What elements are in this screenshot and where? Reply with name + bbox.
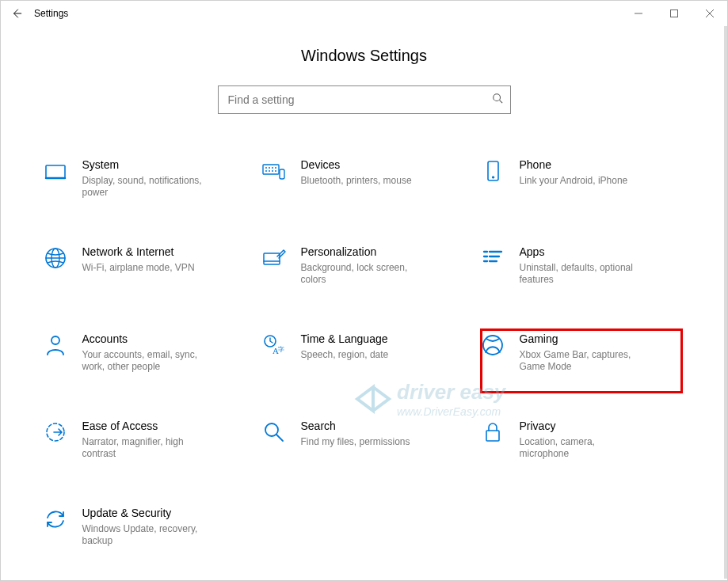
category-title: System	[82, 158, 209, 172]
category-subtitle: Background, lock screen, colors	[301, 262, 428, 287]
category-title: Devices	[301, 158, 412, 172]
category-subtitle: Your accounts, email, sync, work, other …	[82, 349, 209, 374]
keyboard-icon	[261, 158, 287, 184]
category-subtitle: Link your Android, iPhone	[520, 175, 628, 188]
close-button[interactable]	[692, 1, 727, 26]
category-accounts[interactable]: AccountsYour accounts, email, sync, work…	[40, 329, 252, 377]
category-apps[interactable]: AppsUninstall, defaults, optional featur…	[477, 242, 689, 290]
category-title: Privacy	[520, 420, 646, 433]
category-subtitle: Location, camera, microphone	[520, 436, 646, 461]
titlebar: Settings	[1, 1, 727, 26]
ease-icon	[43, 420, 68, 445]
category-title: Time & Language	[301, 332, 389, 346]
category-ease-of-access[interactable]: Ease of AccessNarrator, magnifier, high …	[40, 416, 252, 464]
search-box	[218, 85, 511, 114]
category-phone[interactable]: PhoneLink your Android, iPhone	[477, 155, 689, 203]
category-title: Accounts	[82, 332, 209, 346]
maximize-button[interactable]	[656, 1, 692, 26]
person-icon	[43, 332, 68, 358]
page-title: Windows Settings	[1, 47, 727, 65]
category-subtitle: Wi-Fi, airplane mode, VPN	[82, 262, 195, 275]
category-time-language[interactable]: Time & LanguageSpeech, region, date	[258, 329, 471, 377]
category-update[interactable]: Update & SecurityWindows Update, recover…	[40, 503, 252, 551]
list-icon	[480, 245, 505, 271]
category-subtitle: Windows Update, recovery, backup	[82, 523, 209, 548]
phone-icon	[480, 158, 505, 184]
monitor-icon	[43, 158, 68, 184]
category-subtitle: Uninstall, defaults, optional features	[520, 262, 646, 287]
category-subtitle: Speech, region, date	[301, 349, 389, 362]
category-privacy[interactable]: PrivacyLocation, camera, microphone	[477, 416, 689, 464]
category-title: Gaming	[520, 332, 646, 346]
search-input[interactable]	[218, 85, 511, 114]
category-grid: SystemDisplay, sound, notifications, pow…	[40, 155, 689, 551]
back-button[interactable]	[1, 1, 32, 26]
time-lang-icon	[261, 332, 287, 358]
search-icon	[492, 93, 503, 107]
sync-icon	[43, 507, 68, 532]
category-title: Personalization	[301, 245, 428, 259]
category-title: Search	[301, 420, 410, 433]
category-devices[interactable]: DevicesBluetooth, printers, mouse	[258, 155, 471, 203]
category-system[interactable]: SystemDisplay, sound, notifications, pow…	[40, 155, 252, 203]
scrollbar[interactable]	[724, 26, 727, 579]
settings-window: Settings Windows Settings SystemDisplay,…	[0, 0, 728, 581]
window-title: Settings	[34, 8, 68, 19]
category-subtitle: Narrator, magnifier, high contrast	[82, 436, 209, 461]
category-title: Apps	[520, 245, 646, 259]
category-network[interactable]: Network & InternetWi-Fi, airplane mode, …	[40, 242, 252, 290]
category-subtitle: Bluetooth, printers, mouse	[301, 175, 412, 188]
search-icon	[261, 420, 287, 445]
category-subtitle: Find my files, permissions	[301, 436, 410, 449]
svg-point-1	[493, 94, 500, 101]
category-search[interactable]: SearchFind my files, permissions	[258, 416, 471, 464]
xbox-icon	[480, 332, 505, 358]
category-title: Network & Internet	[82, 245, 195, 259]
category-personalization[interactable]: PersonalizationBackground, lock screen, …	[258, 242, 471, 290]
minimize-button[interactable]	[620, 1, 656, 26]
svg-rect-0	[670, 10, 677, 17]
category-subtitle: Display, sound, notifications, power	[82, 175, 209, 199]
window-controls	[620, 1, 727, 26]
category-gaming[interactable]: GamingXbox Game Bar, captures, Game Mode	[477, 329, 689, 377]
category-title: Update & Security	[82, 507, 209, 520]
category-title: Ease of Access	[82, 420, 209, 433]
globe-icon	[43, 245, 68, 271]
category-subtitle: Xbox Game Bar, captures, Game Mode	[520, 349, 646, 374]
lock-icon	[480, 420, 505, 445]
category-title: Phone	[520, 158, 628, 172]
brush-icon	[261, 245, 287, 271]
